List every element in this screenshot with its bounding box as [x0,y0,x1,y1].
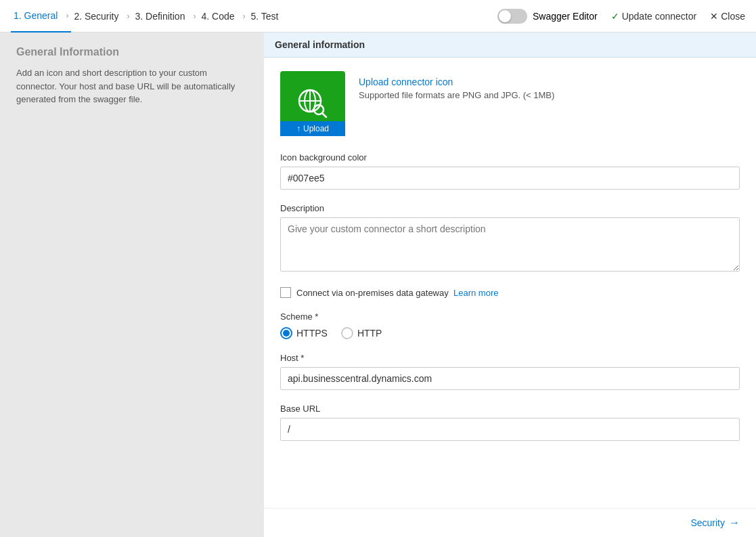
base-url-label: Base URL [280,404,740,414]
https-radio-dot [283,330,290,337]
scheme-http-option[interactable]: HTTP [341,327,382,339]
upload-btn-label: Upload [303,124,329,133]
section-header: General information [264,33,756,58]
gateway-checkbox-label: Connect via on-premises data gateway Lea… [296,288,498,298]
update-connector-button[interactable]: ✓ Update connector [611,11,697,22]
scheme-radio-row: HTTPS HTTP [280,327,740,339]
bottom-footer: Security → [264,508,756,537]
nav-right-actions: Swagger Editor ✓ Update connector ✕ Clos… [497,9,745,24]
next-label: Security [690,517,725,528]
http-label: HTTP [357,328,382,339]
icon-upload-row: ↑ Upload Upload connector icon Supported… [280,71,740,136]
right-panel: General information ↑ Upload [264,33,756,537]
scheme-label: Scheme * [280,312,740,322]
description-label: Description [280,203,740,213]
description-group: Description [280,203,740,274]
icon-bg-color-input[interactable] [280,167,740,190]
upload-hint-text: Supported file formats are PNG and JPG. … [359,90,554,100]
nav-step-definition-label: 3. Definition [135,11,185,22]
http-radio-circle[interactable] [341,327,353,339]
nav-step-security-label: 2. Security [74,11,118,22]
icon-preview: ↑ Upload [280,71,345,136]
sidebar: General Information Add an icon and shor… [0,33,264,537]
upload-button[interactable]: ↑ Upload [280,121,345,136]
nav-step-definition[interactable]: 3. Definition › [133,0,199,33]
nav-step-general[interactable]: 1. General › [11,0,71,33]
scheme-https-option[interactable]: HTTPS [280,327,328,339]
base-url-input[interactable] [280,418,740,441]
description-textarea[interactable] [280,217,740,272]
swagger-editor-toggle-container[interactable]: Swagger Editor [497,9,598,24]
svg-line-5 [322,113,326,117]
form-content: ↑ Upload Upload connector icon Supported… [264,58,756,508]
host-label: Host * [280,353,740,363]
host-group: Host * [280,353,740,390]
update-connector-label: Update connector [622,11,697,22]
nav-step-test[interactable]: 5. Test [248,0,282,33]
nav-step-code[interactable]: 4. Code › [198,0,248,33]
chevron-right-icon-1: › [66,11,68,20]
icon-bg-color-group: Icon background color [280,152,740,190]
next-button[interactable]: Security → [690,517,740,529]
https-radio-circle[interactable] [280,327,292,339]
globe-search-icon [295,86,330,121]
chevron-right-icon-4: › [243,12,246,21]
top-navigation: 1. General › 2. Security › 3. Definition… [0,0,756,33]
sidebar-title: General Information [16,46,248,58]
chevron-right-icon-3: › [193,12,196,21]
nav-steps: 1. General › 2. Security › 3. Definition… [11,0,497,33]
next-arrow-icon: → [729,517,740,529]
upload-arrow-icon: ↑ [296,124,301,133]
swagger-editor-label: Swagger Editor [533,11,598,22]
icon-bg-color-label: Icon background color [280,152,740,163]
chevron-right-icon-2: › [127,12,130,21]
nav-step-code-label: 4. Code [201,11,234,22]
close-button[interactable]: ✕ Close [710,11,745,22]
nav-step-general-label: 1. General [14,10,58,21]
swagger-editor-toggle[interactable] [497,9,527,24]
gateway-checkbox-row[interactable]: Connect via on-premises data gateway Lea… [280,287,740,298]
toggle-knob [499,10,511,22]
upload-connector-icon-link[interactable]: Upload connector icon [359,77,554,87]
nav-step-test-label: 5. Test [251,11,279,22]
check-icon: ✓ [611,11,619,22]
nav-step-security[interactable]: 2. Security › [71,0,132,33]
icon-upload-info: Upload connector icon Supported file for… [359,71,554,100]
base-url-group: Base URL [280,404,740,441]
scheme-section: Scheme * HTTPS HTTP [280,312,740,339]
learn-more-link[interactable]: Learn more [453,288,498,298]
host-input[interactable] [280,367,740,390]
close-label: Close [721,11,745,22]
gateway-checkbox[interactable] [280,287,291,298]
sidebar-description: Add an icon and short description to you… [16,66,248,106]
https-label: HTTPS [296,328,328,339]
close-icon: ✕ [710,11,718,22]
main-content: General Information Add an icon and shor… [0,33,756,537]
